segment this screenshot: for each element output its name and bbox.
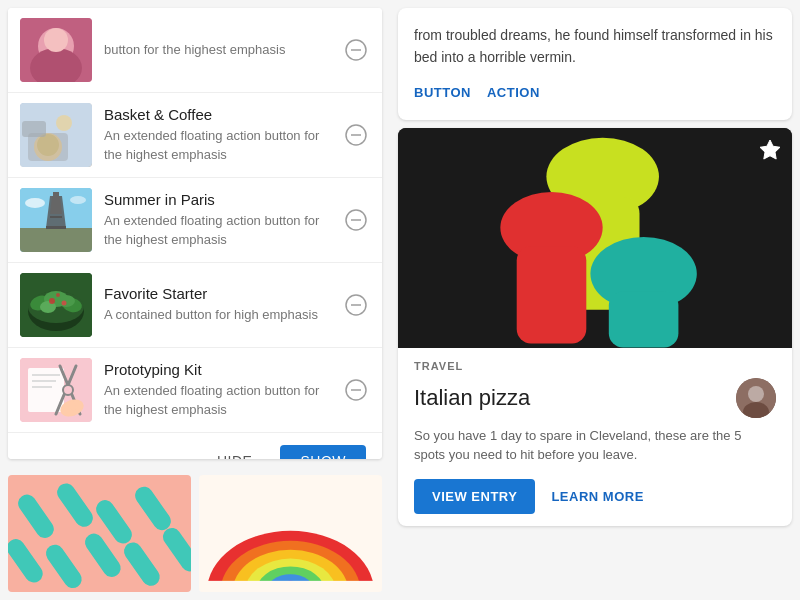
star-icon[interactable]: [758, 138, 782, 168]
svg-rect-16: [20, 228, 92, 252]
svg-point-46: [63, 385, 73, 395]
bottom-images: [0, 467, 390, 600]
remove-starter-button[interactable]: [342, 291, 370, 319]
thumb-proto: [20, 358, 92, 422]
thumb-top: [20, 18, 92, 82]
text-card-action-action[interactable]: ACTION: [487, 81, 540, 104]
card-actions: VIEW ENTRY LEARN MORE: [414, 479, 776, 514]
list-item-starter-title: Favorite Starter: [104, 285, 330, 302]
svg-marker-70: [760, 140, 780, 159]
svg-rect-42: [32, 380, 56, 382]
list-item-paris: Summer in Paris An extended floating act…: [8, 178, 382, 263]
view-entry-button[interactable]: VIEW ENTRY: [414, 479, 535, 514]
avatar: [736, 378, 776, 418]
thumb-starter: [20, 273, 92, 337]
list-item-basket-desc: An extended floating action button for t…: [104, 127, 330, 163]
right-panel: from troubled dreams, he found himself t…: [390, 0, 800, 600]
list-item-proto-desc: An extended floating action button for t…: [104, 382, 330, 418]
list-item-starter: Favorite Starter A contained button for …: [8, 263, 382, 348]
bottom-img-teal: [8, 475, 191, 592]
svg-rect-43: [32, 386, 52, 388]
list-item-basket-title: Basket & Coffee: [104, 106, 330, 123]
list-item-top-desc: button for the highest emphasis: [104, 41, 330, 59]
bottom-img-rainbow: [199, 475, 382, 592]
hide-button[interactable]: HIDE: [201, 445, 268, 459]
svg-point-3: [44, 28, 68, 52]
remove-paris-button[interactable]: [342, 206, 370, 234]
svg-point-22: [25, 198, 45, 208]
svg-marker-18: [50, 196, 62, 214]
thumb-basket: [20, 103, 92, 167]
left-panel: button for the highest emphasis: [0, 0, 390, 600]
thumb-paris: [20, 188, 92, 252]
card-body: TRAVEL Italian pizza So you have 1 day t…: [398, 348, 792, 526]
text-card-button-action[interactable]: BUTTON: [414, 81, 471, 104]
list-item-top: button for the highest emphasis: [8, 8, 382, 93]
svg-point-79: [748, 386, 764, 402]
svg-rect-19: [53, 192, 59, 198]
learn-more-button[interactable]: LEARN MORE: [551, 489, 643, 504]
svg-point-9: [37, 134, 59, 156]
card-category: TRAVEL: [414, 360, 776, 372]
list-actions: HIDE SHOW: [8, 433, 382, 459]
svg-point-33: [57, 295, 75, 307]
svg-rect-21: [50, 216, 62, 218]
svg-point-36: [56, 293, 60, 297]
remove-basket-button[interactable]: [342, 121, 370, 149]
list-item-proto: Prototyping Kit An extended floating act…: [8, 348, 382, 433]
list-item-basket: Basket & Coffee An extended floating act…: [8, 93, 382, 178]
list-item-proto-title: Prototyping Kit: [104, 361, 330, 378]
show-button[interactable]: SHOW: [280, 445, 366, 459]
card-title-row: Italian pizza: [414, 378, 776, 418]
list-item-starter-desc: A contained button for high emphasis: [104, 306, 330, 324]
card-description: So you have 1 day to spare in Cleveland,…: [414, 426, 776, 465]
remove-top-button[interactable]: [342, 36, 370, 64]
svg-point-23: [70, 196, 86, 204]
list-item-proto-text: Prototyping Kit An extended floating act…: [104, 361, 330, 418]
list-item-paris-text: Summer in Paris An extended floating act…: [104, 191, 330, 248]
svg-rect-41: [32, 374, 60, 376]
remove-proto-button[interactable]: [342, 376, 370, 404]
svg-point-10: [56, 115, 72, 131]
card-hero-image: [398, 128, 792, 348]
text-card-content: from troubled dreams, he found himself t…: [414, 24, 776, 69]
list-item-basket-text: Basket & Coffee An extended floating act…: [104, 106, 330, 163]
svg-point-35: [62, 301, 67, 306]
list-item-starter-text: Favorite Starter A contained button for …: [104, 285, 330, 324]
list-container: button for the highest emphasis: [8, 8, 382, 459]
list-item-top-text: button for the highest emphasis: [104, 41, 330, 59]
list-item-paris-desc: An extended floating action button for t…: [104, 212, 330, 248]
text-card-actions: BUTTON ACTION: [414, 81, 776, 104]
svg-rect-75: [517, 246, 587, 343]
svg-point-34: [49, 298, 55, 304]
card-title: Italian pizza: [414, 385, 530, 411]
svg-rect-69: [199, 581, 382, 592]
svg-rect-11: [22, 121, 46, 137]
image-card: TRAVEL Italian pizza So you have 1 day t…: [398, 128, 792, 526]
list-item-paris-title: Summer in Paris: [104, 191, 330, 208]
text-card: from troubled dreams, he found himself t…: [398, 8, 792, 120]
svg-rect-20: [46, 226, 66, 229]
svg-rect-77: [609, 291, 679, 347]
